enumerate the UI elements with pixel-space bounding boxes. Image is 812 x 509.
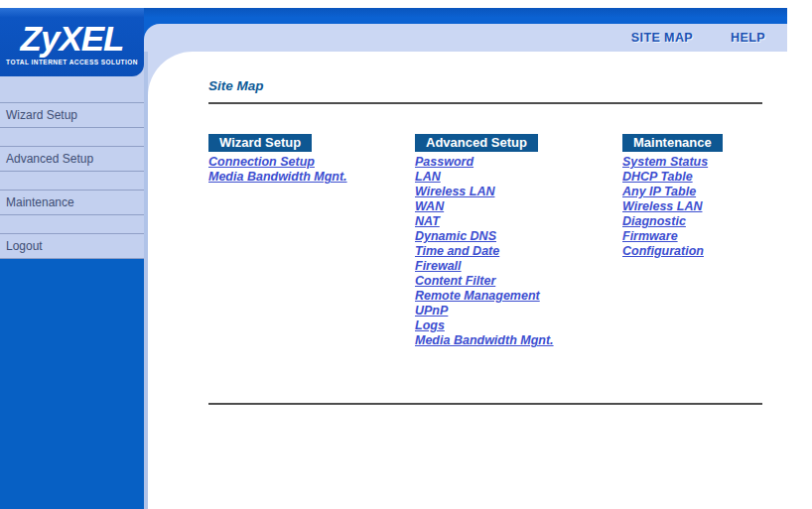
sidebar-item-logout[interactable]: Logout	[0, 233, 144, 259]
sidebar-item-wizard-setup[interactable]: Wizard Setup	[0, 102, 144, 128]
sitemap-columns: Wizard Setup Connection SetupMedia Bandw…	[208, 133, 762, 403]
sidebar-bottom-fill	[0, 259, 144, 509]
page-title: Site Map	[208, 79, 762, 93]
sitemap-link[interactable]: Connection Setup	[208, 155, 415, 170]
content-area: Site Map Wizard Setup Connection SetupMe…	[148, 52, 762, 405]
bottom-divider	[208, 403, 762, 405]
brand-tagline: Total Internet Access Solution	[0, 59, 144, 65]
logo: ZyXEL Total Internet Access Solution	[0, 8, 144, 76]
column-links: PasswordLANWireless LANWANNATDynamic DNS…	[415, 155, 622, 348]
sitemap-link[interactable]: Any IP Table	[622, 185, 762, 199]
brand-logo-text: ZyXEL	[0, 20, 144, 58]
sitemap-link[interactable]: LAN	[415, 170, 622, 185]
top-nav-bar: SITE MAP HELP	[144, 24, 787, 52]
sitemap-link[interactable]: Media Bandwidth Mgnt.	[208, 170, 415, 185]
sitemap-link[interactable]: Time and Date	[415, 244, 622, 259]
sidebar-item-advanced-setup[interactable]: Advanced Setup	[0, 146, 144, 172]
main-panel: Site Map Wizard Setup Connection SetupMe…	[148, 52, 812, 509]
sitemap-column-advanced-setup: Advanced Setup PasswordLANWireless LANWA…	[415, 133, 622, 403]
sitemap-link[interactable]: Dynamic DNS	[415, 229, 622, 244]
sitemap-column-maintenance: Maintenance System StatusDHCP TableAny I…	[622, 133, 762, 403]
sitemap-link[interactable]: Wireless LAN	[415, 185, 622, 199]
site-map-link[interactable]: SITE MAP	[631, 31, 693, 45]
top-divider	[208, 102, 762, 104]
sidebar: Wizard SetupAdvanced SetupMaintenanceLog…	[0, 8, 148, 509]
sitemap-link[interactable]: Logs	[415, 318, 622, 333]
sitemap-column-wizard-setup: Wizard Setup Connection SetupMedia Bandw…	[208, 133, 415, 403]
sitemap-link[interactable]: Password	[415, 155, 622, 170]
sidebar-item-maintenance[interactable]: Maintenance	[0, 190, 144, 215]
sitemap-link[interactable]: Configuration	[622, 244, 762, 259]
sitemap-link[interactable]: NAT	[415, 214, 622, 229]
column-header: Advanced Setup	[415, 134, 538, 152]
sitemap-link[interactable]: Media Bandwidth Mgnt.	[415, 333, 622, 348]
sitemap-link[interactable]: WAN	[415, 199, 622, 214]
sitemap-link[interactable]: DHCP Table	[622, 170, 762, 185]
column-links: System StatusDHCP TableAny IP TableWirel…	[622, 155, 762, 259]
column-header: Maintenance	[622, 134, 723, 152]
help-link[interactable]: HELP	[731, 31, 765, 45]
top-blue-bar	[144, 8, 787, 24]
sitemap-link[interactable]: Firmware	[622, 229, 762, 244]
sitemap-link[interactable]: UPnP	[415, 304, 622, 318]
column-header: Wizard Setup	[208, 134, 312, 152]
sitemap-link[interactable]: Wireless LAN	[622, 199, 762, 214]
sitemap-link[interactable]: Firewall	[415, 259, 622, 274]
sitemap-link[interactable]: Content Filter	[415, 274, 622, 289]
sitemap-link[interactable]: Remote Management	[415, 289, 622, 304]
column-links: Connection SetupMedia Bandwidth Mgnt.	[208, 155, 415, 185]
sitemap-link[interactable]: Diagnostic	[622, 214, 762, 229]
sitemap-link[interactable]: System Status	[622, 155, 762, 170]
